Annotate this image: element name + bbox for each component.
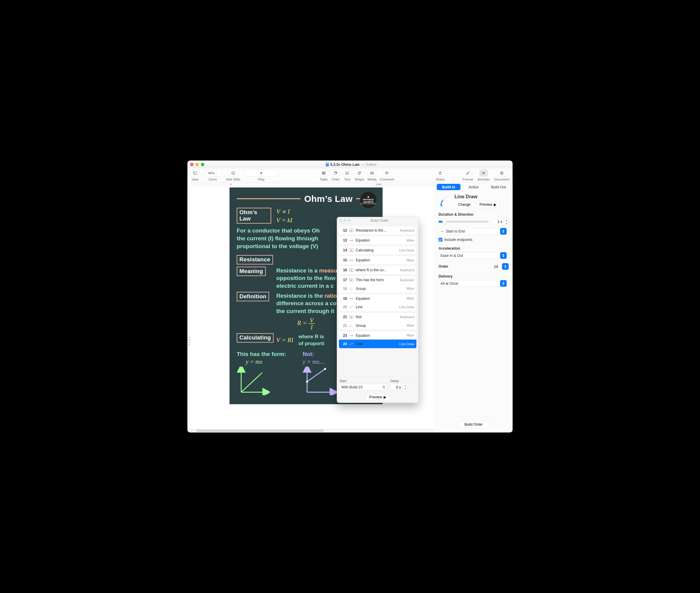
play-label: Play — [258, 177, 264, 182]
build-number: 19 — [341, 296, 347, 301]
preview-effect-button[interactable]: Preview ▶ — [476, 201, 500, 208]
equation-icon: a=b — [349, 298, 353, 300]
select-stepper-icon — [500, 252, 507, 259]
direction-select[interactable]: ↔ Start to End — [439, 228, 509, 235]
svg-rect-13 — [358, 172, 360, 174]
build-number: 12 — [341, 228, 347, 233]
build-icon — [349, 342, 354, 346]
add-slide-button[interactable] — [229, 170, 237, 176]
comment-label: Comment — [380, 177, 394, 182]
acceleration-select[interactable]: Ease In & Out — [439, 252, 509, 259]
build-icon: a=b — [349, 239, 354, 242]
build-order-group: 14ACalculatingLine Draw — [339, 246, 417, 255]
duration-stepper[interactable]: ▴▾ — [505, 219, 509, 225]
media-button[interactable] — [368, 170, 376, 176]
build-name: Not: — [356, 315, 398, 319]
build-order-group: 17AThis has the form:Keyboard18GroupWipe — [339, 276, 417, 293]
build-order-preview-button[interactable]: Preview ▶ — [365, 394, 390, 401]
build-effect: Keyboard — [400, 315, 414, 319]
acceleration-label: Acceleration — [439, 246, 509, 250]
acceleration-value: Ease In & Out — [441, 253, 463, 258]
delay-input[interactable]: ▴▾ — [391, 384, 416, 391]
tab-build-out[interactable]: Build Out — [487, 184, 510, 190]
build-order-button[interactable]: Build Order — [458, 421, 489, 428]
close-window-button[interactable] — [190, 163, 193, 166]
text-button[interactable]: A — [343, 170, 351, 176]
build-order-row[interactable]: 21ANot:Keyboard — [339, 313, 417, 321]
format-button[interactable] — [464, 170, 472, 176]
build-icon: A — [349, 248, 354, 252]
build-order-row[interactable]: 22GroupWipe — [339, 321, 417, 330]
build-order-row[interactable]: 24LineLine Draw — [339, 340, 417, 349]
change-effect-button[interactable]: Change — [454, 201, 474, 208]
duration-slider[interactable] — [439, 221, 489, 223]
build-number: 23 — [341, 333, 347, 338]
build-order-row[interactable]: 17AThis has the form:Keyboard — [339, 276, 417, 284]
build-effect: Wipe — [406, 259, 414, 262]
select-stepper-icon — [500, 228, 507, 235]
include-endpoints-checkbox[interactable]: Include endpoints — [439, 238, 509, 242]
app-window: 5.3.3c Ohms Law — Edited View 46% ⌄ Zoom — [188, 161, 513, 433]
build-order-row[interactable]: 20LineLine Draw — [339, 303, 417, 312]
ruler-mark: 1000 — [376, 183, 382, 186]
animate-button[interactable] — [479, 170, 488, 176]
svg-rect-20 — [500, 172, 503, 174]
panel-window-controls[interactable] — [339, 219, 352, 223]
build-order-row[interactable]: 15a=bEquationWipe — [339, 256, 417, 264]
order-value[interactable] — [491, 263, 501, 270]
tab-action[interactable]: Action — [462, 184, 485, 190]
start-select[interactable]: With Build 23 ⇅ — [340, 384, 388, 391]
table-button[interactable] — [319, 170, 328, 176]
comment-button[interactable] — [383, 170, 391, 176]
build-order-row[interactable]: 13a=bEquationWipe — [339, 236, 417, 244]
share-button[interactable] — [436, 170, 444, 176]
label-ohms-law: Ohm’s Law — [237, 208, 271, 224]
build-effect: Keyboard — [400, 229, 414, 233]
duration-input[interactable]: ▴▾ — [492, 219, 509, 225]
document-status: Edited — [366, 162, 377, 166]
horizontal-scrollbar[interactable] — [190, 429, 435, 433]
document-button[interactable] — [497, 170, 506, 176]
view-button[interactable] — [191, 170, 199, 176]
build-icon — [349, 287, 354, 290]
build-order-row[interactable]: 16Awhere R is the co…Keyboard — [339, 266, 417, 274]
build-order-list[interactable]: 12AResistance is the…Keyboard13a=bEquati… — [337, 224, 419, 377]
not-label: Not: — [303, 351, 337, 357]
chart-button[interactable] — [331, 170, 340, 176]
build-order-title: Build Order — [354, 219, 405, 223]
text-object-icon: A — [349, 269, 353, 272]
duration-direction-label: Duration & Direction — [439, 212, 509, 216]
build-order-row[interactable]: 19a=bEquationWipe — [339, 294, 417, 303]
duration-value[interactable] — [492, 219, 504, 225]
order-stepper[interactable] — [502, 263, 509, 270]
build-order-row[interactable]: 14ACalculatingLine Draw — [339, 246, 417, 254]
zoom-value: 46% — [208, 171, 215, 175]
delay-stepper[interactable]: ▴▾ — [403, 384, 407, 391]
delivery-select[interactable]: All at Once — [439, 280, 509, 287]
minimize-window-button[interactable] — [196, 163, 199, 166]
zoom-button[interactable]: 46% ⌄ — [204, 170, 222, 176]
document-filename: 5.3.3c Ohms Law — [330, 162, 359, 166]
build-name: Equation — [356, 296, 404, 301]
meaning-text: Resistance is a measu…opposition to the … — [276, 267, 343, 289]
build-effect: Line Draw — [399, 342, 414, 346]
build-name: Equation — [356, 333, 404, 338]
shape-button[interactable] — [355, 170, 363, 176]
text-object-icon: A — [349, 315, 353, 319]
where-R-text: where R is of proporti — [298, 333, 324, 347]
chart-label: Chart — [332, 177, 340, 182]
tab-build-in[interactable]: Build In — [437, 184, 461, 190]
play-button[interactable] — [245, 170, 278, 176]
chevron-updown-icon: ⇅ — [383, 385, 385, 389]
order-input[interactable] — [491, 263, 509, 270]
build-order-row[interactable]: 23a=bEquationWipe — [339, 331, 417, 340]
build-order-panel[interactable]: Build Order 12AResistance is the…Keyboar… — [337, 217, 419, 403]
build-order-group: 15a=bEquationWipe — [339, 256, 417, 265]
maximize-window-button[interactable] — [201, 163, 205, 166]
build-order-group: 23a=bEquationWipe24LineLine Draw — [339, 331, 417, 349]
build-order-row[interactable]: 12AResistance is the…Keyboard — [339, 226, 417, 235]
delay-value[interactable] — [391, 384, 402, 391]
build-order-row[interactable]: 18GroupWipe — [339, 284, 417, 293]
build-effect: Line Draw — [399, 248, 414, 252]
build-order-titlebar[interactable]: Build Order — [337, 217, 419, 224]
